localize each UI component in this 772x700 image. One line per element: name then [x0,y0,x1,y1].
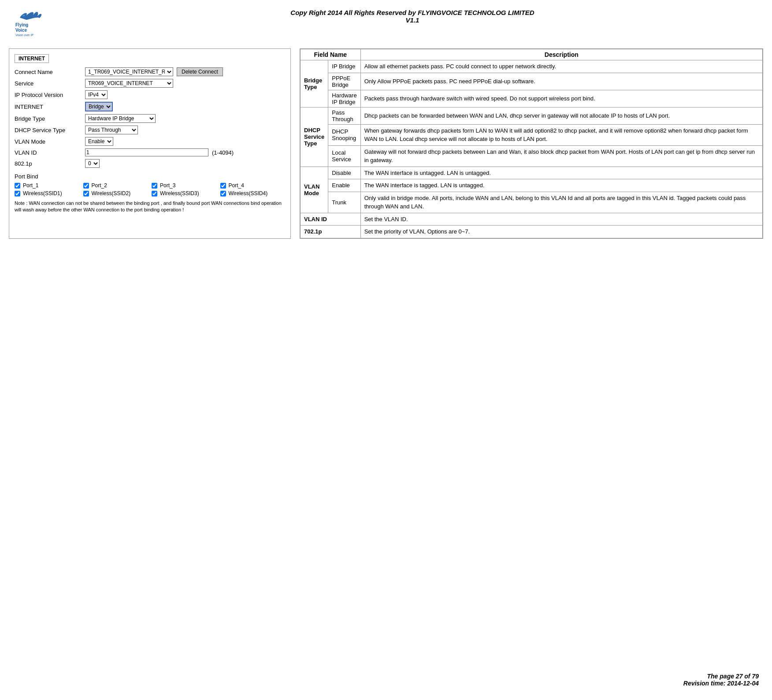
left-panel: INTERNET Connect Name 1_TR069_VOICE_INTE… [9,48,291,239]
port1-item: Port_1 [15,182,80,189]
table-row: VLANMode Disable The WAN interface is un… [301,167,763,179]
svg-text:Voice over IP: Voice over IP [15,33,34,37]
ip-bridge-subfield: IP Bridge [328,60,360,73]
dhcp-snooping-desc: When gateway forwards dhcp packets form … [360,124,762,145]
ssid3-checkbox[interactable] [152,191,157,196]
ip-protocol-row: IP Protocol Version IPv4 [15,90,285,99]
connect-name-row: Connect Name 1_TR069_VOICE_INTERNET_R_VI… [15,67,285,76]
ssid3-label: Wireless(SSID3) [160,190,199,196]
internet-row: INTERNET Bridge [15,102,285,111]
hardware-ip-bridge-subfield: HardwareIP Bridge [328,90,360,107]
dhcp-service-type-label: DHCP Service Type [15,127,85,133]
vlan-id-group: VLAN ID [301,213,361,226]
dhcp-service-type-select[interactable]: Pass Through [85,126,138,134]
local-service-desc: Gateway will not forward dhcp packets be… [360,145,762,167]
ip-protocol-control: IPv4 [85,90,108,99]
port-bind-title: Port Bind [15,173,285,180]
enable-desc: The WAN interface is tagged. LAN is unta… [360,179,762,192]
vlan-priority-label: 802.1p [15,160,85,167]
local-service-subfield: LocalService [328,145,360,167]
service-control: TR069_VOICE_INTERNET [85,79,173,88]
dhcp-service-type-row: DHCP Service Type Pass Through [15,126,285,134]
svg-text:Flying: Flying [15,22,28,27]
ssid1-label: Wireless(SSID1) [23,190,62,196]
vlan-id-label: VLAN ID [15,149,85,156]
description-header: Description [360,49,762,60]
vlan-mode-row: VLAN Mode Enable [15,137,285,146]
page-header: Flying Voice Voice over IP Copy Right 20… [0,0,772,44]
table-row: DHCPSnooping When gateway forwards dhcp … [301,124,763,145]
vlan-id-row: VLAN ID (1-4094) [15,148,285,156]
table-row: 702.1p Set the priority of VLAN, Options… [301,226,763,238]
disable-subfield: Disable [328,167,360,179]
port1-label: Port_1 [23,182,38,189]
version-text: V1.1 [62,16,763,24]
vlan-mode-group: VLANMode [301,167,328,213]
logo: Flying Voice Voice over IP [9,4,62,40]
port-bind-grid: Port_1 Port_2 Port_3 Port_4 Wireless(SSI… [15,182,285,196]
table-row: PPPoEBridge Only Allow PPPoE packets pas… [301,73,763,90]
vlan-id-desc: Set the VLAN ID. [360,213,762,226]
svg-text:Voice: Voice [15,28,27,33]
vlan-priority-group: 702.1p [301,226,361,238]
bridge-type-group: BridgeType [301,60,328,107]
ip-protocol-label: IP Protocol Version [15,92,85,98]
ip-protocol-select[interactable]: IPv4 [85,90,108,99]
pppoe-bridge-desc: Only Allow PPPoE packets pass. PC need P… [360,73,762,90]
table-row: HardwareIP Bridge Packets pass through h… [301,90,763,107]
bridge-type-select[interactable]: Hardware IP Bridge [85,114,156,123]
port4-checkbox[interactable] [220,183,226,189]
revision-info: Revision time: 2014-12-04 [683,680,759,687]
vlan-mode-select[interactable]: Enable [85,137,113,146]
connect-name-control: 1_TR069_VOICE_INTERNET_R_VID_ Delete Con… [85,67,223,76]
table-row: Enable The WAN interface is tagged. LAN … [301,179,763,192]
copyright-text: Copy Right 2014 All Rights Reserved by F… [62,9,763,16]
bridge-type-control: Hardware IP Bridge [85,114,156,123]
disable-desc: The WAN interface is untagged. LAN is un… [360,167,762,179]
table-row: BridgeType IP Bridge Allow all ethernet … [301,60,763,73]
port4-item: Port_4 [220,182,286,189]
main-content: INTERNET Connect Name 1_TR069_VOICE_INTE… [0,44,772,243]
vlan-priority-desc: Set the priority of VLAN, Options are 0~… [360,226,762,238]
ip-bridge-desc: Allow all ethernet packets pass. PC coul… [360,60,762,73]
bridge-type-row: Bridge Type Hardware IP Bridge [15,114,285,123]
port-bind-section: Port Bind Port_1 Port_2 Port_3 Port_4 [15,173,285,214]
ssid3-item: Wireless(SSID3) [152,190,217,196]
page-footer: The page 27 of 79 Revision time: 2014-12… [683,673,759,687]
table-row: DHCPServiceType PassThrough Dhcp packets… [301,107,763,124]
vlan-id-range: (1-4094) [212,149,234,156]
service-select[interactable]: TR069_VOICE_INTERNET [85,79,173,88]
table-row: Trunk Only valid in bridge mode. All por… [301,192,763,213]
field-name-header: Field Name [301,49,361,60]
delete-connect-button[interactable]: Delete Connect [177,67,223,76]
internet-select[interactable]: Bridge [85,102,113,111]
description-table: Field Name Description BridgeType IP Bri… [300,49,763,238]
ssid4-checkbox[interactable] [220,191,226,196]
vlan-priority-row: 802.1p 0 [15,159,285,168]
vlan-priority-select[interactable]: 0 [85,159,100,168]
ssid4-label: Wireless(SSID4) [229,190,268,196]
port1-checkbox[interactable] [15,183,20,189]
vlan-id-input[interactable] [85,148,208,156]
vlan-priority-control: 0 [85,159,100,168]
pass-through-subfield: PassThrough [328,107,360,124]
internet-control: Bridge [85,102,113,111]
ssid2-checkbox[interactable] [83,191,89,196]
header-copyright: Copy Right 2014 All Rights Reserved by F… [62,4,763,24]
ssid4-item: Wireless(SSID4) [220,190,286,196]
port2-label: Port_2 [92,182,107,189]
port2-item: Port_2 [83,182,148,189]
ssid1-checkbox[interactable] [15,191,20,196]
pass-through-desc: Dhcp packets can be forwarded between WA… [360,107,762,124]
port3-checkbox[interactable] [152,183,157,189]
pppoe-bridge-subfield: PPPoEBridge [328,73,360,90]
vlan-mode-label: VLAN Mode [15,138,85,145]
service-row: Service TR069_VOICE_INTERNET [15,79,285,88]
port4-label: Port_4 [229,182,244,189]
port3-label: Port_3 [160,182,175,189]
connect-name-select[interactable]: 1_TR069_VOICE_INTERNET_R_VID_ [85,67,173,76]
service-label: Service [15,80,85,87]
vlan-id-control: (1-4094) [85,148,234,156]
table-row: VLAN ID Set the VLAN ID. [301,213,763,226]
port2-checkbox[interactable] [83,183,89,189]
